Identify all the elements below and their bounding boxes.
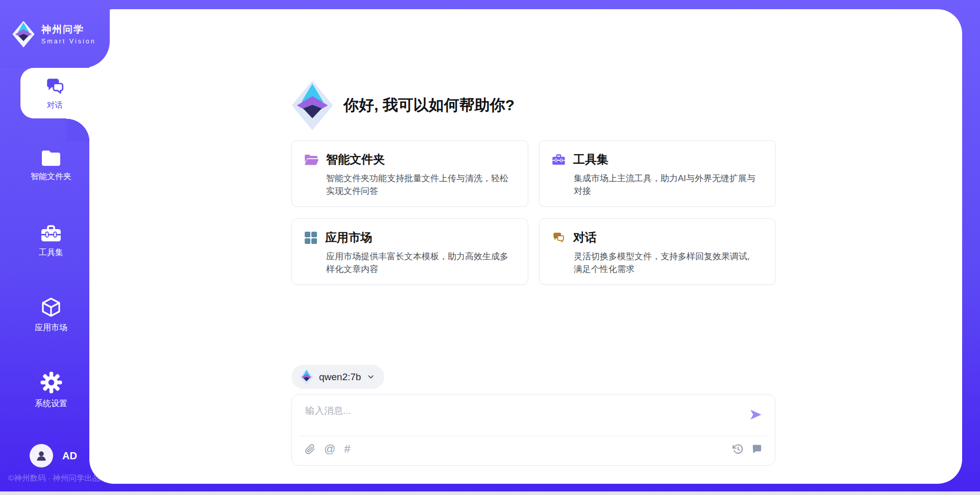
- composer-toolbar: @ #: [305, 441, 763, 457]
- mention-icon[interactable]: @: [324, 443, 335, 455]
- sidebar-item-app-market[interactable]: 应用市场: [0, 296, 102, 333]
- folder-icon: [41, 150, 61, 167]
- attachment-icon[interactable]: [305, 444, 315, 455]
- card-toolset[interactable]: 工具集 集成市场上主流工具，助力AI与外界无缝扩展与对接: [539, 140, 776, 207]
- card-title: 工具集: [573, 152, 608, 167]
- brand-logo-block: 神州问学 Smart Vision: [0, 0, 110, 68]
- card-description: 应用市场提供丰富长文本模板，助力高效生成多样化文章内容: [326, 250, 516, 276]
- feedback-bubble-icon[interactable]: [751, 443, 763, 455]
- gear-icon: [40, 371, 63, 394]
- greeting-row: 你好, 我可以如何帮助你?: [291, 81, 514, 130]
- card-description: 灵活切换多模型文件，支持多样回复效果调试, 满足个性化需求: [574, 250, 763, 276]
- chat-bubbles-icon: [552, 231, 566, 244]
- message-composer: @ #: [291, 394, 775, 466]
- sidebar-item-label: 工具集: [39, 247, 63, 258]
- card-app-market[interactable]: 应用市场 应用市场提供丰富长文本模板，助力高效生成多样化文章内容: [291, 218, 528, 285]
- tab-corner-fillet: [66, 118, 90, 142]
- sidebar-item-label: 对话: [47, 100, 63, 111]
- sidebar-item-toolset[interactable]: 工具集: [0, 224, 102, 258]
- card-title: 智能文件夹: [326, 152, 385, 167]
- chat-bubbles-icon: [44, 76, 66, 97]
- brand-gem-icon: [291, 81, 333, 130]
- sidebar-item-chat[interactable]: 对话: [20, 68, 89, 118]
- brand-name: 神州问学: [41, 23, 96, 36]
- message-input[interactable]: [304, 403, 735, 434]
- briefcase-icon: [552, 153, 566, 166]
- hashtag-icon[interactable]: #: [344, 443, 350, 455]
- card-chat[interactable]: 对话 灵活切换多模型文件，支持多样回复效果调试, 满足个性化需求: [539, 218, 776, 285]
- bottom-scrollbar-track[interactable]: [0, 491, 980, 495]
- card-title: 对话: [573, 230, 597, 245]
- history-icon[interactable]: [732, 443, 744, 455]
- send-icon[interactable]: [749, 408, 763, 422]
- sidebar-item-settings[interactable]: 系统设置: [0, 371, 102, 409]
- model-name: qwen2:7b: [319, 372, 361, 383]
- composer-divider: [299, 436, 768, 436]
- greeting-title: 你好, 我可以如何帮助你?: [344, 95, 514, 116]
- sidebar-item-label: 系统设置: [35, 399, 67, 409]
- copyright-footer: ©神州数码 · 神州问学出品: [8, 473, 100, 484]
- sidebar-item-label: 智能文件夹: [31, 171, 71, 182]
- main-content-panel: 你好, 我可以如何帮助你? 智能文件夹 智能文件夹功能支持批量文件上传与清洗，轻…: [89, 9, 962, 484]
- briefcase-icon: [40, 224, 62, 243]
- brand-subtitle: Smart Vision: [41, 38, 96, 45]
- card-smart-folder[interactable]: 智能文件夹 智能文件夹功能支持批量文件上传与清洗，轻松实现文件问答: [291, 140, 528, 207]
- brand-logo-icon: [12, 21, 35, 47]
- chevron-down-icon: [366, 373, 375, 381]
- person-icon: [35, 449, 48, 462]
- card-description: 集成市场上主流工具，助力AI与外界无缝扩展与对接: [574, 172, 763, 197]
- feature-cards: 智能文件夹 智能文件夹功能支持批量文件上传与清洗，轻松实现文件问答 工具集 集成…: [291, 140, 776, 285]
- app-window: 你好, 我可以如何帮助你? 智能文件夹 智能文件夹功能支持批量文件上传与清洗，轻…: [0, 0, 980, 495]
- folder-open-icon: [304, 154, 318, 166]
- avatar: [30, 444, 53, 467]
- sidebar-item-smart-folder[interactable]: 智能文件夹: [0, 150, 102, 182]
- cube-icon: [40, 296, 62, 318]
- card-description: 智能文件夹功能支持批量文件上传与清洗，轻松实现文件问答: [326, 172, 516, 197]
- card-title: 应用市场: [325, 230, 372, 245]
- model-selector[interactable]: qwen2:7b: [291, 365, 384, 389]
- model-gem-icon: [300, 369, 313, 385]
- user-profile[interactable]: AD: [30, 444, 77, 467]
- user-initials: AD: [62, 450, 77, 462]
- sidebar-item-label: 应用市场: [35, 323, 67, 333]
- grid-icon: [304, 231, 317, 244]
